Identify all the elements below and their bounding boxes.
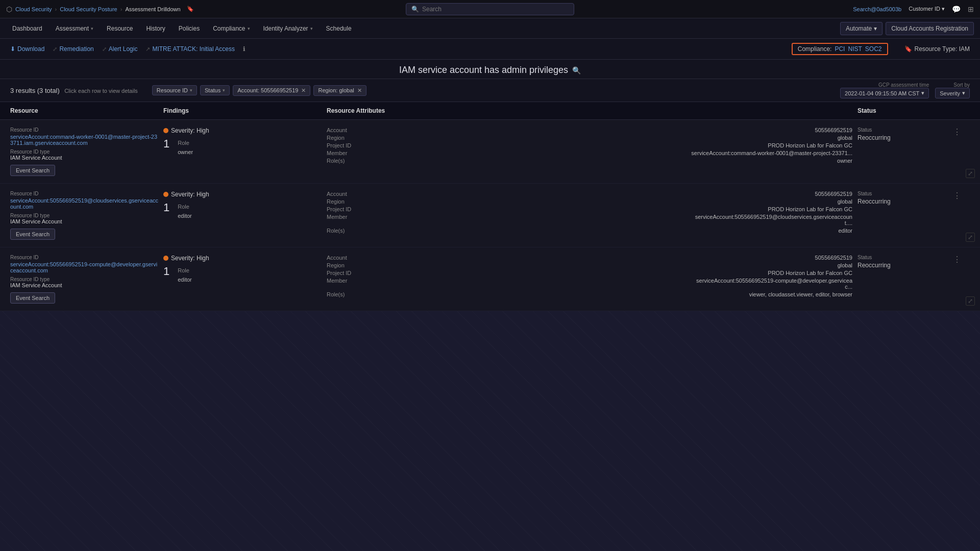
row3-attr-member: Member serviceAccount:505566952519-compu… bbox=[327, 278, 852, 290]
row2-findings-cell: Severity: High 1 Role editor bbox=[163, 191, 327, 221]
results-table: Resource Findings Resource Attributes St… bbox=[0, 102, 980, 311]
row2-status-value: Reoccurring bbox=[857, 198, 965, 205]
col-resource: Resource bbox=[10, 107, 163, 114]
row2-rid-value[interactable]: serviceAccount:505566952519@cloudservice… bbox=[10, 197, 158, 210]
mitre-icon: ↗ bbox=[145, 46, 150, 53]
row3-findings-cell: Severity: High 1 Role editor bbox=[163, 255, 327, 285]
row1-expand-icon[interactable]: ⤢ bbox=[966, 169, 975, 178]
nav-compliance[interactable]: Compliance ▾ bbox=[207, 21, 256, 36]
download-link[interactable]: ⬇ Download bbox=[10, 45, 44, 53]
row1-severity-badge: Severity: High bbox=[163, 127, 322, 134]
row2-rid-label: Resource ID bbox=[10, 191, 158, 196]
row3-expand-icon[interactable]: ⤢ bbox=[966, 296, 975, 306]
filter-status[interactable]: Status ▾ bbox=[200, 85, 230, 95]
row1-rid-label: Resource ID bbox=[10, 127, 158, 133]
row1-finding-role: Role bbox=[178, 139, 193, 146]
top-bar-right: Search@0ad5003b Customer ID ▾ 💬 ⊞ bbox=[853, 5, 974, 13]
row3-menu-button[interactable]: ⋮ bbox=[953, 255, 962, 264]
filter-resource-id[interactable]: Resource ID ▾ bbox=[152, 85, 197, 95]
row1-menu-button[interactable]: ⋮ bbox=[953, 127, 962, 137]
row2-expand-icon[interactable]: ⤢ bbox=[966, 233, 975, 242]
alert-logic-link[interactable]: ⤢ Alert Logic bbox=[102, 45, 138, 53]
nav-right: Automate ▾ Cloud Accounts Registration bbox=[840, 22, 974, 35]
nav-schedule[interactable]: Schedule bbox=[320, 21, 358, 36]
row1-event-search-button[interactable]: Event Search bbox=[10, 165, 55, 176]
breadcrumb-area: ⬡ Cloud Security › Cloud Security Postur… bbox=[6, 5, 194, 13]
breadcrumb-posture[interactable]: Cloud Security Posture bbox=[60, 6, 117, 12]
row3-rid-type-value: IAM Service Account bbox=[10, 282, 158, 288]
gcp-time-dropdown[interactable]: 2022-01-04 09:15:50 AM CST ▾ bbox=[840, 88, 929, 98]
nav-bar: Dashboard Assessment ▾ Resource History … bbox=[0, 18, 980, 39]
compliance-pci[interactable]: PCI bbox=[835, 45, 845, 53]
breadcrumb-cloud-security[interactable]: Cloud Security bbox=[15, 6, 52, 12]
row1-finding-count: 1 bbox=[163, 137, 169, 151]
table-row: Resource ID serviceAccount:505566952519@… bbox=[0, 184, 980, 247]
row3-attr-roles: Role(s) viewer, cloudasset.viewer, edito… bbox=[327, 291, 852, 297]
remediation-icon: ⤢ bbox=[53, 46, 57, 53]
search-input[interactable] bbox=[422, 6, 569, 13]
nav-identity-analyzer[interactable]: Identity Analyzer ▾ bbox=[257, 21, 319, 36]
row2-rid-type-label: Resource ID type bbox=[10, 213, 158, 218]
sort-by-dropdown[interactable]: Severity ▾ bbox=[935, 88, 970, 98]
row2-attr-roles: Role(s) editor bbox=[327, 228, 852, 234]
app-icon: ⬡ bbox=[6, 5, 12, 13]
row2-finding-count: 1 bbox=[163, 201, 169, 214]
row3-severity-badge: Severity: High bbox=[163, 255, 322, 262]
nav-policies[interactable]: Policies bbox=[173, 21, 206, 36]
row1-resource-cell: Resource ID serviceAccount:command-worke… bbox=[10, 127, 163, 176]
resource-type-info: 🔖 Resource Type: IAM bbox=[904, 45, 970, 53]
row1-finding-role-val: owner bbox=[178, 148, 193, 156]
row1-finding-detail: Role owner bbox=[178, 137, 193, 158]
row2-findings-wrap: 1 Role editor bbox=[163, 201, 322, 221]
row3-event-search-button[interactable]: Event Search bbox=[10, 292, 55, 304]
remediation-link[interactable]: ⤢ Remediation bbox=[53, 45, 93, 53]
grid-icon[interactable]: ⊞ bbox=[968, 5, 974, 13]
user-email: Search@0ad5003b bbox=[853, 6, 901, 12]
sort-by-area: Sort by Severity ▾ bbox=[935, 82, 970, 98]
row1-attr-roles: Role(s) owner bbox=[327, 158, 852, 164]
row1-severity-text: Severity: High bbox=[171, 127, 209, 134]
row3-status-label: Status bbox=[857, 255, 965, 260]
row3-attr-project: Project ID PROD Horizon Lab for Falcon G… bbox=[327, 270, 852, 276]
customer-id-dropdown[interactable]: Customer ID ▾ bbox=[909, 6, 945, 12]
row2-severity-text: Severity: High bbox=[171, 191, 209, 198]
compliance-soc2[interactable]: SOC2 bbox=[865, 45, 882, 53]
nav-history[interactable]: History bbox=[140, 21, 171, 36]
row2-finding-detail: Role editor bbox=[178, 201, 192, 221]
filter-account[interactable]: Account: 505566952519 ✕ bbox=[233, 85, 310, 96]
row1-rid-value[interactable]: serviceAccount:command-worker-0001@maste… bbox=[10, 134, 158, 146]
col-status: Status bbox=[857, 107, 970, 114]
table-row: Resource ID serviceAccount:command-worke… bbox=[0, 120, 980, 184]
row1-attr-region: Region global bbox=[327, 135, 852, 141]
row1-findings-cell: Severity: High 1 Role owner bbox=[163, 127, 327, 158]
compliance-nist[interactable]: NIST bbox=[848, 45, 862, 53]
title-search-icon[interactable]: 🔍 bbox=[572, 66, 581, 74]
row2-resource-cell: Resource ID serviceAccount:505566952519@… bbox=[10, 191, 163, 240]
nav-cloud-accounts[interactable]: Cloud Accounts Registration bbox=[886, 22, 974, 35]
nav-dashboard[interactable]: Dashboard bbox=[6, 21, 48, 36]
nav-assessment[interactable]: Assessment ▾ bbox=[50, 21, 100, 36]
row1-rid-type-label: Resource ID type bbox=[10, 149, 158, 155]
bookmark-icon[interactable]: 🔖 bbox=[187, 6, 194, 12]
gcp-chevron-icon: ▾ bbox=[921, 90, 924, 96]
col-attributes: Resource Attributes bbox=[327, 107, 857, 114]
mitre-link[interactable]: ↗ MITRE ATTACK: Initial Access bbox=[145, 45, 235, 53]
top-bar: ⬡ Cloud Security › Cloud Security Postur… bbox=[0, 0, 980, 18]
results-bar: 3 results (3 total) Click each row to vi… bbox=[0, 79, 980, 102]
page-title: IAM service account has admin privileges bbox=[399, 65, 568, 76]
nav-automate[interactable]: Automate ▾ bbox=[840, 22, 883, 35]
row3-rid-value[interactable]: serviceAccount:505566952519-compute@deve… bbox=[10, 261, 158, 273]
table-row: Resource ID serviceAccount:505566952519-… bbox=[0, 247, 980, 311]
gcp-time-label: GCP assessment time bbox=[878, 82, 929, 88]
filter-region[interactable]: Region: global ✕ bbox=[313, 85, 366, 96]
row2-attr-member: Member serviceAccount:505566952519@cloud… bbox=[327, 214, 852, 226]
info-icon[interactable]: ℹ bbox=[243, 45, 246, 53]
row2-menu-button[interactable]: ⋮ bbox=[953, 191, 962, 201]
filter-chips: Resource ID ▾ Status ▾ Account: 50556695… bbox=[152, 85, 366, 96]
row3-status-value: Reoccurring bbox=[857, 262, 965, 269]
row2-attr-project: Project ID PROD Horizon Lab for Falcon G… bbox=[327, 206, 852, 212]
row2-event-search-button[interactable]: Event Search bbox=[10, 229, 55, 240]
row3-rid-label: Resource ID bbox=[10, 255, 158, 260]
messages-icon[interactable]: 💬 bbox=[952, 5, 961, 13]
nav-resource[interactable]: Resource bbox=[101, 21, 139, 36]
